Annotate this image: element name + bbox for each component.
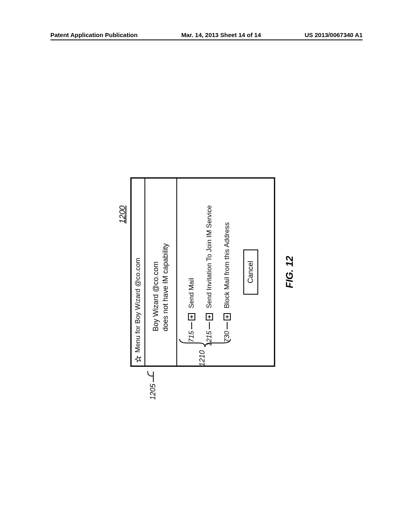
header-left: Patent Application Publication <box>50 31 138 38</box>
leader-line <box>209 322 210 329</box>
cancel-button[interactable]: Cancel <box>243 249 258 295</box>
header-right: US 2013/0067340 A1 <box>305 31 363 38</box>
info-line-1: Boy Wizard @co.com <box>151 187 161 331</box>
ref-730: 730 <box>223 331 231 350</box>
info-line-2: does not have IM capability <box>161 187 171 331</box>
ref-1210: 1210 <box>198 350 206 366</box>
ref-1215: 1215 <box>205 331 213 350</box>
window-title: Menu for Boy Wizard @co.com <box>134 258 142 353</box>
plus-icon: + <box>188 313 195 320</box>
menu-section: 1210 715 + Send Mail 1215 + Send Invitat… <box>177 179 274 366</box>
ref-1200: 1200 <box>118 206 127 399</box>
menu-item-block-mail[interactable]: 730 + Block Mail from this Address <box>223 182 231 350</box>
cancel-row: Cancel <box>241 182 265 362</box>
page-header: Patent Application Publication Mar. 14, … <box>50 31 363 40</box>
leader-line <box>227 322 227 329</box>
plus-icon: + <box>206 313 213 320</box>
svg-marker-0 <box>135 356 141 362</box>
app-icon <box>135 356 141 362</box>
ref-715: 715 <box>188 331 196 350</box>
plus-icon: + <box>223 313 231 320</box>
ref-1205: 1205 <box>149 372 157 400</box>
menu-item-label: Send Mail <box>188 278 196 308</box>
info-section: Boy Wizard @co.com does not have IM capa… <box>145 179 177 366</box>
menu-item-send-invitation[interactable]: 1215 + Send Invitation To Join IM Servic… <box>205 182 213 350</box>
header-center: Mar. 14, 2013 Sheet 14 of 14 <box>181 31 261 38</box>
leader-line <box>191 322 192 329</box>
menu-item-label: Send Invitation To Join IM Service <box>205 205 213 308</box>
window-titlebar: Menu for Boy Wizard @co.com <box>131 179 145 366</box>
ref-1210-label: 1210 <box>198 350 206 366</box>
menu-item-send-mail[interactable]: 715 + Send Mail <box>188 182 196 350</box>
ref-1205-label: 1205 <box>149 384 157 400</box>
figure-caption: FIG. 12 <box>284 177 295 367</box>
menu-item-label: Block Mail from this Address <box>223 222 231 308</box>
figure-group: 1200 1205 Menu for Boy Wizard @co.com Bo… <box>118 149 295 399</box>
ref-1205-leader <box>153 372 154 382</box>
menu-window: Menu for Boy Wizard @co.com Boy Wizard @… <box>130 177 275 367</box>
